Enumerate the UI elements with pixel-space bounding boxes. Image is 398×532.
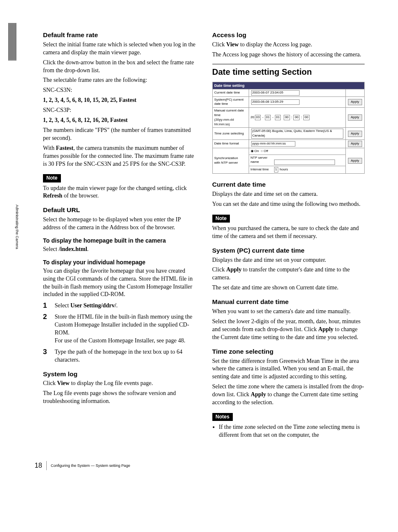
step-number: 3 — [43, 348, 49, 364]
body-text: Select the homepage to be displayed when… — [43, 216, 196, 232]
hour-select[interactable]: 00 — [284, 115, 290, 120]
text: to display the Log file events page. — [70, 380, 153, 386]
step-text: Select User Setting/ddrv/. — [55, 302, 196, 310]
step-3: 3 Type the path of the homepage in the t… — [43, 348, 196, 364]
timezone-select[interactable]: (GMT-05:00) Bogota, Lima, Quito, Eastern… — [251, 129, 343, 139]
body-text: SNC-CS3P: — [43, 106, 196, 114]
body-text: You can display the favorite homepage th… — [43, 267, 196, 299]
subheading-homepage-builtin: To display the homepage built in the cam… — [43, 237, 196, 245]
apply-button[interactable]: Apply — [348, 114, 362, 121]
text: For use of the Custom Homepage Installer… — [55, 337, 185, 344]
heading-manual-date-time: Manual current date time — [212, 298, 365, 307]
text: Select — [55, 302, 71, 309]
heading-system-log: System log — [43, 370, 196, 379]
date-format-select[interactable]: yyyy-mm-dd hh:mm:ss — [251, 141, 295, 147]
text: With — [43, 145, 56, 151]
apply-button[interactable]: Apply — [348, 141, 362, 147]
row-label: Date time format — [212, 140, 249, 148]
body-text: Select the initial frame rate which is s… — [43, 41, 196, 57]
bold-text: Fastest — [56, 145, 73, 151]
text: Click — [212, 266, 227, 273]
heading-timezone-selecting: Time zone selecting — [212, 347, 365, 356]
body-text: When you purchased the camera, be sure t… — [212, 225, 365, 241]
heading-default-frame-rate: Default frame rate — [43, 31, 196, 40]
body-text: Set the time difference from Greenwich M… — [212, 357, 365, 381]
bold-text: 1, 2, 3, 4, 5, 6, 8, 10, 15, 20, 25, Fas… — [43, 97, 136, 103]
year-select[interactable]: 03 — [255, 115, 261, 120]
month-select[interactable]: 01 — [265, 115, 271, 120]
body-text: Select the lower 2-digits of the year, m… — [212, 318, 365, 342]
text: to display the Access log page. — [239, 41, 312, 48]
text: Click — [43, 380, 57, 386]
notes-label: Notes — [212, 413, 233, 421]
note-label: Note — [43, 174, 61, 182]
min-select[interactable]: 00 — [293, 115, 300, 120]
body-text: Click the down-arrow button in the box a… — [43, 59, 196, 75]
text: To update the main viewer page for the c… — [43, 185, 187, 191]
body-text: Click View to display the Access log pag… — [212, 41, 365, 49]
row-label: Time zone selecting — [212, 128, 249, 140]
body-text: The set date and time are shown on Curre… — [212, 284, 365, 292]
bold-text: Refresh — [43, 193, 62, 199]
interval-select[interactable]: 1 — [274, 167, 278, 172]
ntp-on-off: ◉ On ○ Off — [249, 148, 345, 155]
subheading-homepage-individual: To display your individual homepage — [43, 258, 196, 266]
body-text: 1, 2, 3, 4, 5, 6, 8, 10, 15, 20, 25, Fas… — [43, 96, 196, 104]
body-text: Click View to display the Log file event… — [43, 380, 196, 388]
text: Synchronization — [214, 156, 238, 160]
bold-text: View — [57, 380, 70, 386]
text: 20 — [251, 115, 254, 119]
manual-date-controls: 2003 - 01 - 01 00 : 00 : 00 — [249, 108, 345, 128]
text: hours — [280, 167, 288, 171]
heading-default-url: Default URL — [43, 206, 196, 215]
note-bullet: If the time zone selected on the Time zo… — [219, 423, 365, 439]
text: Click — [212, 41, 227, 48]
body-text: To update the main viewer page for the c… — [43, 185, 196, 200]
ntp-server-row: NTP server name — [249, 155, 345, 166]
row-label: Manual current date time(20yy-mm-dd hh:m… — [212, 108, 249, 128]
note-label: Note — [212, 215, 230, 223]
pc-date-time-value: 2003-08-08 13:05:29 — [251, 99, 300, 105]
body-text: Select the time zone where the camera is… — [212, 383, 365, 407]
radio-on[interactable]: On — [254, 149, 259, 153]
body-text: You can set the date and time using the … — [212, 200, 365, 208]
sec-select[interactable]: 00 — [303, 115, 310, 120]
step-number: 1 — [43, 302, 49, 310]
notes-list: If the time zone selected on the Time zo… — [212, 423, 365, 439]
row-label: Synchronizationwith NTP server — [212, 148, 249, 173]
ntp-interval-row: Interval time1 hours — [249, 166, 345, 174]
body-text: The numbers indicate "FPS" (the number o… — [43, 127, 196, 142]
body-text: SNC-CS3N: — [43, 86, 196, 94]
ntp-server-input[interactable] — [274, 160, 335, 165]
row-label: System(PC) current date time — [212, 96, 249, 108]
text: with NTP server — [214, 161, 238, 165]
row-label: Current date time — [212, 89, 249, 96]
heading-current-date-time: Current date time — [212, 180, 365, 189]
apply-button[interactable]: Apply — [348, 158, 362, 164]
heading-system-pc-date-time: System (PC) current date time — [212, 246, 365, 255]
text: Interval time — [251, 167, 274, 172]
body-text: The Access log page shows the history of… — [212, 51, 365, 59]
footer-text: Configuring the System — System setting … — [51, 463, 130, 468]
bold-text: Apply — [318, 326, 334, 332]
panel-title: Date time setting — [212, 82, 365, 89]
text: of the browser. — [62, 193, 98, 199]
text: . — [87, 246, 89, 252]
bold-text: User Setting/ddrv/ — [71, 302, 116, 309]
bold-text: View — [226, 41, 239, 48]
body-text: With Fastest, the camera transmits the m… — [43, 144, 196, 168]
apply-button[interactable]: Apply — [348, 131, 362, 137]
divider-icon — [46, 461, 47, 470]
bold-text: /index.html — [59, 246, 87, 252]
numbered-list: 1 Select User Setting/ddrv/. 2 Store the… — [43, 302, 196, 364]
page-footer: 18 Configuring the System — System setti… — [19, 461, 365, 470]
step-1: 1 Select User Setting/ddrv/. — [43, 302, 196, 310]
radio-off[interactable]: Off — [264, 149, 268, 153]
side-decoration — [8, 23, 16, 61]
day-select[interactable]: 01 — [275, 115, 281, 120]
step-number: 2 — [43, 313, 49, 345]
text: . — [116, 302, 118, 309]
text: Manual current date time — [214, 109, 244, 117]
apply-button[interactable]: Apply — [348, 99, 362, 105]
step-2: 2 Store the HTML file in the built-in fl… — [43, 313, 196, 345]
